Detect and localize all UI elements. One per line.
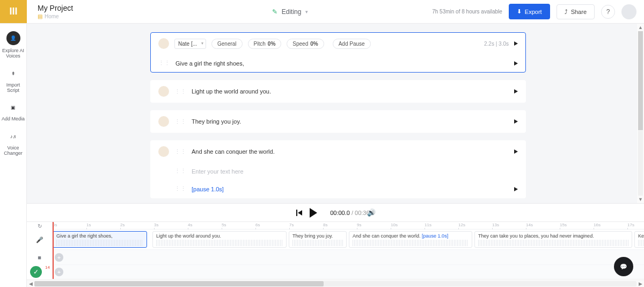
vertical-scrollbar[interactable]: ▲ ▼ [637, 24, 644, 203]
usage-text: 7h 53min of 8 hours available [432, 9, 502, 15]
timeline-clip[interactable]: Light up the world around you. [152, 231, 287, 248]
add-clip-button[interactable]: + [55, 253, 63, 262]
sidebar-import-script[interactable]: ⇞ Import Script [1, 68, 26, 94]
add-pause-button[interactable]: Add Pause [333, 39, 371, 49]
voice-select[interactable]: Nate [... [174, 39, 206, 49]
waveform [56, 240, 143, 246]
ruler-tick: 10s [391, 223, 398, 227]
ruler-tick: 4s [188, 223, 192, 227]
breadcrumb[interactable]: ▤ Home [38, 13, 145, 19]
voice-avatar [158, 116, 169, 127]
zoom-control[interactable]: ↻ [27, 222, 53, 229]
scroll-right-icon[interactable]: ▶ [636, 281, 644, 286]
ruler-tick: 8s [323, 223, 327, 227]
block-placeholder[interactable]: Enter your text here [192, 168, 518, 175]
folder-icon: ▤ [38, 13, 42, 19]
project-title[interactable]: My Project [38, 4, 145, 12]
mode-label[interactable]: Editing [282, 8, 302, 16]
extra-lane[interactable]: + [53, 265, 644, 279]
pill-general[interactable]: General [211, 39, 243, 49]
share-icon: ⤴ [565, 9, 568, 15]
text-block[interactable]: ⋮⋮ And she can conquer the world. ⋮⋮ Ent… [150, 140, 526, 198]
timeline-clip[interactable]: They can take you to places, you had nev… [474, 231, 632, 248]
breadcrumb-home[interactable]: Home [45, 13, 59, 19]
app-logo[interactable]: III [0, 0, 27, 23]
drag-handle-icon[interactable]: ⋮⋮ [174, 148, 186, 155]
timeline-clip[interactable]: Give a girl the right shoes, [53, 231, 147, 248]
video-lane[interactable]: + [53, 250, 644, 265]
drag-handle-icon[interactable]: ⋮⋮ [174, 118, 186, 125]
media-icon: ▣ [8, 102, 19, 113]
timeline-clip[interactable]: And she can conquer the world. [pause 1.… [349, 231, 472, 248]
ruler-tick: 6s [255, 223, 260, 227]
drag-handle-icon[interactable]: ⋮⋮ [174, 168, 186, 175]
voice-avatar [158, 38, 169, 49]
block-text[interactable]: And she can conquer the world. [192, 148, 509, 155]
waveform [156, 240, 283, 246]
scroll-thumb[interactable] [34, 281, 324, 286]
playhead[interactable] [53, 222, 54, 279]
sidebar-voice-changer[interactable]: ♪♬ Voice Changer [1, 131, 26, 156]
share-button[interactable]: ⤴ Share [557, 4, 595, 19]
play-block-button[interactable] [514, 41, 518, 46]
export-button[interactable]: ⬇ Export [509, 4, 550, 19]
ruler-tick: 7s [289, 223, 294, 227]
drag-handle-icon[interactable]: ⋮⋮ [174, 88, 186, 95]
chevron-down-icon[interactable]: ▾ [305, 9, 308, 15]
ruler-tick: 9s [357, 223, 361, 227]
avatar-icon: 👤 [6, 31, 20, 45]
sidebar-item-label: Voice Changer [1, 145, 26, 156]
user-avatar[interactable] [621, 4, 636, 19]
timeline-clip[interactable]: Keep you com [634, 231, 644, 248]
text-block[interactable]: ⋮⋮ Light up the world around you. [150, 80, 526, 103]
pause-marker[interactable]: [pause 1.0s] [192, 186, 509, 192]
block-text[interactable]: Give a girl the right shoes, [175, 60, 509, 67]
sliders-icon: ♪♬ [8, 131, 19, 142]
playback-bar: 00:00.0 / 00:36.6 🔊 [27, 203, 644, 221]
horizontal-scrollbar[interactable]: ◀ ▶ [27, 279, 644, 287]
audio-lane[interactable]: Give a girl the right shoes,Light up the… [53, 229, 644, 250]
skip-back-button[interactable] [296, 210, 302, 216]
sidebar-add-media[interactable]: ▣ Add Media [1, 102, 26, 121]
block-timing: 2.2s | 3.0s [484, 41, 509, 47]
playhead-marker: 14 [45, 265, 50, 270]
pill-speed[interactable]: Speed0% [287, 39, 324, 49]
sidebar-explore-voices[interactable]: 👤 Explore AI Voices [1, 31, 26, 59]
help-button[interactable]: ? [601, 5, 615, 19]
ruler-tick: 1s [86, 223, 91, 227]
voice-avatar [158, 86, 169, 97]
sidebar-item-label: Import Script [1, 82, 26, 94]
drag-handle-icon[interactable]: ⋮⋮ [174, 185, 186, 192]
waveform [638, 240, 644, 246]
play-line-button[interactable] [514, 89, 518, 94]
timeline-ruler[interactable]: 0s1s2s3s4s5s6s7s8s9s10s11s12s13s14s15s16… [53, 222, 644, 229]
add-clip-button[interactable]: + [55, 268, 63, 276]
play-line-button[interactable] [514, 119, 518, 124]
text-block[interactable]: Nate [... General Pitch0% Speed0% Add Pa… [150, 32, 526, 73]
ruler-tick: 14s [526, 223, 533, 227]
play-line-button[interactable] [514, 149, 518, 154]
block-text[interactable]: They bring you joy. [192, 118, 509, 125]
scroll-left-icon[interactable]: ◀ [27, 281, 34, 286]
ruler-tick: 15s [560, 223, 567, 227]
drag-handle-icon[interactable]: ⋮⋮ [158, 60, 170, 67]
ruler-tick: 16s [594, 223, 601, 227]
sidebar-item-label: Explore AI Voices [1, 48, 26, 59]
play-button[interactable] [310, 208, 317, 218]
scroll-thumb[interactable] [638, 31, 643, 130]
play-line-button[interactable] [514, 187, 518, 191]
pill-pitch[interactable]: Pitch0% [248, 39, 282, 49]
ruler-tick: 13s [492, 223, 499, 227]
volume-icon[interactable]: 🔊 [367, 209, 376, 217]
track-mic-icon[interactable]: 🎤 [27, 229, 53, 250]
sidebar: 👤 Explore AI Voices ⇞ Import Script ▣ Ad… [0, 24, 27, 287]
track-video-icon[interactable]: ■ [27, 250, 53, 265]
chat-widget-button[interactable]: 💬 [614, 257, 633, 276]
timeline-clip[interactable]: They bring you joy. [289, 231, 347, 248]
scroll-up-icon[interactable]: ▲ [638, 24, 643, 31]
play-line-button[interactable] [514, 61, 518, 66]
status-ok-icon[interactable]: ✓ [30, 266, 42, 278]
scroll-down-icon[interactable]: ▼ [638, 196, 643, 203]
block-text[interactable]: Light up the world around you. [192, 88, 509, 95]
text-block[interactable]: ⋮⋮ They bring you joy. [150, 110, 526, 133]
